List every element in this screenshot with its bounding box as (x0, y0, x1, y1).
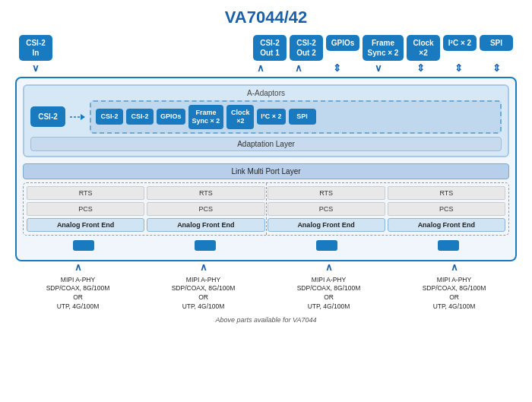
inner-csi2-2: CSI-2 (126, 109, 154, 125)
arrow-gpios: ⇕ (320, 62, 353, 74)
arrow-i2c: ⇕ (442, 62, 475, 74)
phy-col-4: RTS PCS Analog Front End (388, 186, 505, 232)
rts-3: RTS (268, 186, 385, 200)
afe-3: Analog Front End (268, 218, 385, 232)
connector-row (23, 240, 509, 251)
top-interfaces-row: CSI-2In CSI-2Out 1 CSI-2Out 2 GPIOs Fram… (15, 35, 517, 61)
csi2-outer-box: CSI-2 (30, 106, 65, 127)
inner-csi2-1: CSI-2 (96, 109, 123, 125)
bottom-label-4: MIPI A-PHYSDP/COAX, 8G/100MORUTP, 4G/100… (391, 276, 517, 312)
adaptors-section: A-Adaptors CSI-2 CSI-2 CSI-2 GPIOs Frame… (23, 84, 509, 157)
iface-csi2-out2: CSI-2Out 2 (290, 35, 323, 61)
pcs-4: PCS (388, 202, 505, 216)
bottom-labels-row: MIPI A-PHYSDP/COAX, 8G/100MORUTP, 4G/100… (15, 276, 517, 312)
bottom-arrows-row: ∧ ∧ ∧ ∧ (15, 261, 517, 273)
bottom-label-3: MIPI A-PHYSDP/COAX, 8G/100MORUTP, 4G/100… (266, 276, 391, 312)
bottom-label-1: MIPI A-PHYSDP/COAX, 8G/100MORUTP, 4G/100… (15, 276, 141, 312)
iface-csi2-out1: CSI-2Out 1 (253, 35, 287, 61)
footnote: Above parts available for VA7044 (15, 316, 517, 324)
arrow-csi2-out1: ∧ (244, 62, 277, 74)
afe-4: Analog Front End (388, 218, 505, 232)
inner-adaptors-row: CSI-2 CSI-2 GPIOs FrameSync × 2 Clock×2 … (90, 100, 502, 134)
main-block: A-Adaptors CSI-2 CSI-2 CSI-2 GPIOs Frame… (15, 77, 517, 261)
iface-spi: SPI (480, 35, 513, 51)
link-layer: Link Multi Port Layer (23, 163, 509, 179)
inner-framesync: FrameSync × 2 (188, 105, 224, 129)
connector-1 (73, 240, 94, 251)
inner-gpios: GPIOs (157, 109, 185, 125)
rts-4: RTS (388, 186, 505, 200)
inner-clock: Clock×2 (226, 105, 254, 129)
pcs-3: PCS (268, 202, 385, 216)
connector-3 (316, 240, 337, 251)
bottom-arrow-1: ∧ (15, 261, 141, 273)
phy-section-wrapper: RTS PCS Analog Front End RTS PCS Analog … (23, 182, 509, 236)
adaptors-label: A-Adaptors (30, 89, 502, 97)
phy-section-inner: RTS PCS Analog Front End RTS PCS Analog … (27, 186, 505, 232)
afe-1: Analog Front End (27, 218, 144, 232)
connector-4 (438, 240, 459, 251)
bottom-label-2: MIPI A-PHYSDP/COAX, 8G/100MORUTP, 4G/100… (141, 276, 266, 312)
iface-i2c: I²C × 2 (443, 35, 477, 51)
bottom-arrow-4: ∧ (391, 261, 517, 273)
afe-2: Analog Front End (147, 218, 264, 232)
iface-clock: Clock×2 (407, 35, 440, 61)
rts-1: RTS (27, 186, 144, 200)
arrow-spi: ⇕ (480, 62, 513, 74)
bottom-arrow-2: ∧ (141, 261, 266, 273)
rts-2: RTS (147, 186, 264, 200)
bottom-arrow-3: ∧ (266, 261, 391, 273)
arrow-clock: ⇕ (404, 62, 437, 74)
page: VA7044/42 CSI-2In CSI-2Out 1 CSI-2Out 2 … (0, 0, 532, 335)
page-title: VA7044/42 (15, 8, 517, 27)
pcs-1: PCS (27, 202, 144, 216)
phy-col-2: RTS PCS Analog Front End (147, 186, 264, 232)
dotted-arrow-icon (68, 111, 87, 123)
iface-csi2-in: CSI-2In (19, 35, 52, 61)
arrow-csi2-out2: ∧ (282, 62, 315, 74)
top-arrow-row: ∨ ∧ ∧ ⇕ ∨ ⇕ ⇕ ⇕ (15, 62, 517, 74)
svg-marker-1 (81, 114, 85, 120)
inner-i2c: I²C × 2 (257, 109, 285, 125)
arrow-csi2-in: ∨ (19, 62, 52, 74)
arrow-framesync: ∨ (358, 62, 399, 74)
adaptors-inner: CSI-2 CSI-2 CSI-2 GPIOs FrameSync × 2 Cl… (30, 100, 502, 134)
phy-col-3: RTS PCS Analog Front End (268, 186, 385, 232)
iface-framesync: FrameSync × 2 (363, 35, 404, 61)
pcs-2: PCS (147, 202, 264, 216)
connector-2 (195, 240, 216, 251)
inner-spi: SPI (289, 109, 316, 125)
adaptation-layer: Adaptation Layer (30, 137, 502, 151)
phy-col-1: RTS PCS Analog Front End (27, 186, 144, 232)
iface-gpios: GPIOs (326, 35, 359, 51)
